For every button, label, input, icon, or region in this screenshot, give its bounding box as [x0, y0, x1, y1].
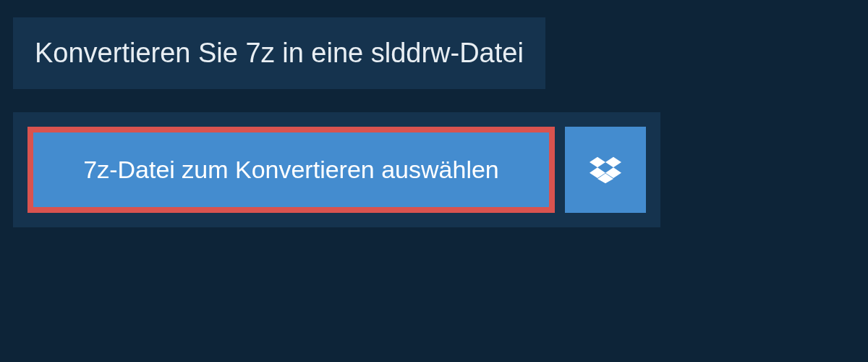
select-file-button[interactable]: 7z-Datei zum Konvertieren auswählen [33, 132, 549, 207]
dropbox-button[interactable] [565, 127, 646, 213]
page-title: Konvertieren Sie 7z in eine slddrw-Datei [35, 38, 524, 69]
select-file-highlight: 7z-Datei zum Konvertieren auswählen [27, 127, 555, 213]
dropbox-icon [590, 154, 621, 186]
header-bar: Konvertieren Sie 7z in eine slddrw-Datei [13, 17, 545, 89]
button-area: 7z-Datei zum Konvertieren auswählen [13, 112, 660, 227]
select-file-label: 7z-Datei zum Konvertieren auswählen [83, 156, 499, 184]
